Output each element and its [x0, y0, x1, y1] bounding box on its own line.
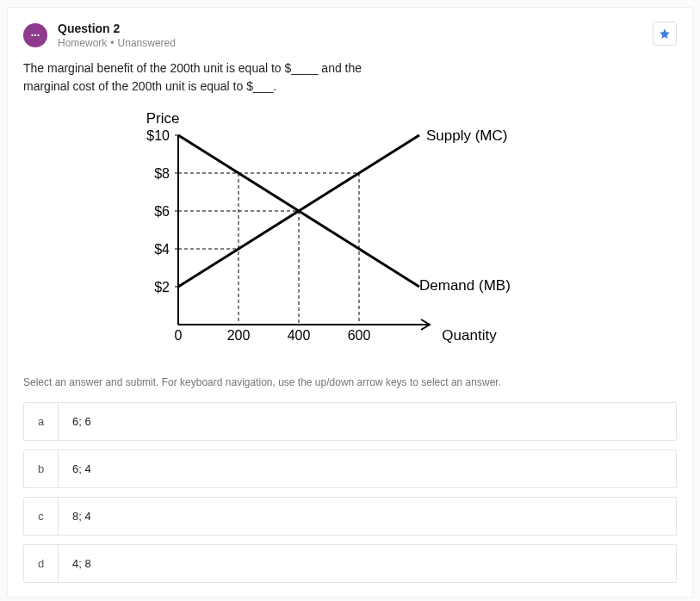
y-axis-label: Price	[146, 110, 180, 127]
option-key: c	[24, 498, 59, 535]
question-title: Question 2	[58, 22, 176, 35]
answer-options: a 6; 6 b 6; 4 c 8; 4 d 4; 8	[23, 402, 677, 583]
option-d[interactable]: d 4; 8	[23, 544, 677, 583]
option-text: 6; 4	[59, 450, 105, 487]
supply-label: Supply (MC)	[426, 127, 507, 144]
y-tick-8: $8	[154, 166, 170, 181]
chat-icon	[23, 23, 47, 47]
y-tick-2: $2	[154, 280, 170, 294]
option-key: d	[24, 545, 59, 582]
question-card: Question 2 Homework•Unanswered The margi…	[7, 7, 693, 598]
question-text: The marginal benefit of the 200th unit i…	[23, 59, 677, 96]
status-label: Unanswered	[118, 37, 176, 49]
svg-point-1	[34, 34, 36, 36]
option-a[interactable]: a 6; 6	[23, 402, 677, 441]
y-tick-10: $10	[146, 128, 170, 143]
supply-demand-chart: $10 $8 $6 $4 $2 0 200 400 600	[109, 109, 677, 362]
option-b[interactable]: b 6; 4	[23, 449, 677, 488]
svg-point-2	[37, 34, 39, 36]
option-text: 4; 8	[59, 545, 105, 582]
option-c[interactable]: c 8; 4	[23, 497, 677, 536]
y-tick-6: $6	[154, 204, 170, 219]
option-key: a	[24, 403, 59, 440]
instructions-text: Select an answer and submit. For keyboar…	[23, 376, 677, 388]
x-tick-600: 600	[348, 328, 371, 343]
x-axis-label: Quantity	[442, 327, 497, 344]
svg-point-0	[31, 34, 33, 36]
demand-label: Demand (MB)	[419, 277, 511, 294]
option-text: 8; 4	[59, 498, 105, 535]
option-text: 6; 6	[59, 403, 105, 440]
category-label: Homework	[58, 37, 107, 49]
star-icon	[659, 28, 671, 40]
question-header: Question 2 Homework•Unanswered	[23, 22, 677, 49]
question-line-1: The marginal benefit of the 200th unit i…	[23, 59, 677, 77]
x-tick-200: 200	[227, 328, 251, 343]
y-tick-4: $4	[154, 242, 170, 257]
question-line-2: marginal cost of the 200th unit is equal…	[23, 77, 677, 96]
x-tick-0: 0	[175, 328, 183, 343]
question-subtitle: Homework•Unanswered	[58, 37, 176, 49]
x-tick-400: 400	[288, 328, 311, 343]
bookmark-button[interactable]	[653, 22, 677, 46]
option-key: b	[24, 450, 59, 487]
